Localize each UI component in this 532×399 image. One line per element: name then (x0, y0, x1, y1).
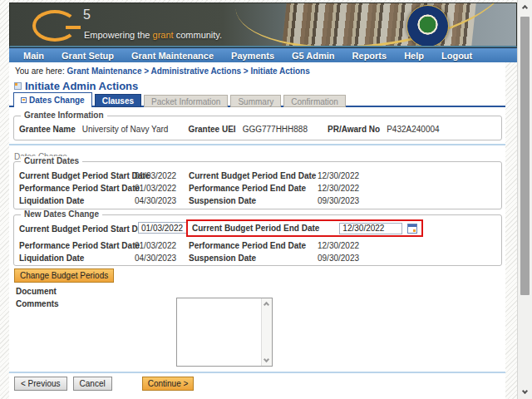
pr-award-no-label: PR/Award No (328, 125, 380, 134)
wizard-buttons: < Previous Cancel Continue > (14, 377, 194, 391)
comments-scrollbar[interactable] (261, 298, 272, 366)
date-label: Performance Period Start Date (19, 182, 135, 195)
current-dates-row: Performance Period Start Date 01/03/2022… (14, 182, 501, 195)
new-end-date-input[interactable] (339, 223, 402, 234)
nav-item-grant-maintenance[interactable]: Grant Maintenance (131, 48, 214, 63)
grantee-name-label: Grantee Name (19, 125, 76, 134)
scrollbar-thumb[interactable] (520, 17, 530, 295)
scroll-up-icon[interactable] (264, 302, 269, 308)
tagline-suffix: community. (174, 30, 222, 40)
date-label: Suspension Date (189, 195, 318, 207)
current-dates-row: Liquidation Date 04/30/2023 Suspension D… (14, 195, 501, 207)
previous-button[interactable]: < Previous (14, 377, 67, 391)
new-dates-change-legend: New Dates Change (21, 209, 102, 219)
new-dates-change-fieldset: New Dates Change Current Budget Period S… (13, 214, 502, 266)
tab-summary: Summary (230, 95, 281, 107)
date-value: 12/30/2022 (318, 182, 501, 195)
tab-form-icon (21, 97, 27, 103)
header-banner: 5 Empowering the grant community. (9, 2, 517, 47)
bottom-divider (9, 372, 505, 373)
date-value: 01/03/2022 (135, 170, 189, 182)
calendar-icon[interactable] (407, 224, 417, 234)
scrollbar-down-icon[interactable] (522, 388, 528, 394)
nav-item-g5-admin[interactable]: G5 Admin (292, 48, 335, 63)
section-divider (9, 144, 505, 145)
g5-logo-icon (32, 10, 77, 42)
current-dates-fieldset: Current Dates Current Budget Period Star… (13, 161, 502, 209)
continue-button[interactable]: Continue > (142, 377, 195, 391)
scroll-down-icon[interactable] (264, 357, 269, 362)
date-label: Performance Period Start Date (19, 239, 135, 252)
date-label: Current Budget Period Start Date (19, 170, 135, 182)
date-value: 09/30/2023 (318, 252, 501, 264)
grantee-uei-label: Grantee UEI (188, 125, 235, 134)
breadcrumb-prefix: You are here: (15, 66, 65, 76)
grantee-information-legend: Grantee Information (21, 111, 107, 120)
comments-label: Comments (16, 299, 59, 308)
scrollbar-up-icon[interactable] (522, 5, 528, 11)
date-value: 09/30/2023 (318, 195, 501, 207)
breadcrumb: You are here: Grant Maintenance > Admini… (15, 66, 310, 76)
breadcrumb-path[interactable]: Grant Maintenance > Administrative Actio… (66, 66, 309, 76)
grantee-uei-value: GGG777HHH888 (243, 125, 308, 134)
tab-packet-information: Packet Information (144, 95, 228, 107)
date-label: Performance Period End Date (189, 239, 318, 252)
date-label: Liquidation Date (19, 252, 135, 264)
change-budget-periods-button[interactable]: Change Budget Periods (14, 268, 114, 283)
date-value: 12/30/2022 (318, 170, 501, 182)
date-value: 01/03/2022 (135, 182, 189, 195)
new-dates-row: Performance Period Start Date 01/03/2022… (14, 239, 501, 252)
tagline-prefix: Empowering the (84, 30, 153, 40)
g5-logo-number: 5 (83, 7, 91, 22)
date-label: Performance Period End Date (189, 182, 318, 195)
wizard-tabs: Dates Change Clauses Packet Information … (13, 92, 505, 107)
date-value: 01/03/2022 (135, 239, 189, 252)
pr-award-no-value: P432A240004 (387, 125, 439, 134)
tab-confirmation: Confirmation (283, 95, 346, 107)
date-value: 04/30/2023 (135, 252, 189, 264)
page-title-row: Initiate Admin Actions (14, 80, 138, 92)
date-label: Current Budget Period End Date (189, 170, 318, 182)
tagline: Empowering the grant community. (84, 30, 222, 40)
new-dates-input-row: Current Budget Period Start Date Current… (14, 221, 501, 239)
comments-textarea[interactable] (176, 298, 273, 367)
nav-item-payments[interactable]: Payments (231, 48, 274, 63)
page-title-icon (14, 82, 22, 90)
new-start-date-label: Current Budget Period Start Date (19, 224, 150, 234)
main-nav: Main Grant Setup Grant Maintenance Payme… (9, 47, 517, 62)
new-end-date-label: Current Budget Period End Date (192, 224, 334, 233)
grantee-information-fieldset: Grantee Information Grantee Name Univers… (13, 116, 502, 140)
window-scrollbar[interactable] (517, 0, 532, 399)
nav-item-help[interactable]: Help (404, 48, 424, 63)
highlighted-end-date-box: Current Budget Period End Date (186, 219, 423, 237)
document-label: Document (16, 287, 57, 296)
grantee-name-value: University of Navy Yard (82, 125, 169, 134)
date-label: Liquidation Date (19, 195, 135, 207)
new-dates-row: Liquidation Date 04/30/2023 Suspension D… (14, 252, 501, 264)
nav-item-main[interactable]: Main (23, 48, 44, 63)
tab-clauses[interactable]: Clauses (95, 94, 141, 107)
nav-item-logout[interactable]: Logout (441, 48, 472, 63)
page: 5 Empowering the grant community. Main G… (9, 2, 517, 399)
background-stripe (505, 62, 517, 399)
nav-item-grant-setup[interactable]: Grant Setup (62, 48, 114, 63)
tagline-highlight: grant (153, 30, 174, 40)
tab-dates-change[interactable]: Dates Change (13, 92, 92, 107)
page-title: Initiate Admin Actions (25, 80, 138, 92)
date-value: 04/30/2023 (135, 195, 189, 207)
tab-label: Dates Change (29, 93, 85, 107)
date-value: 12/30/2022 (318, 239, 501, 252)
nav-item-reports[interactable]: Reports (352, 48, 387, 63)
dept-of-education-seal-icon (406, 5, 449, 47)
current-dates-legend: Current Dates (21, 156, 82, 165)
current-dates-row: Current Budget Period Start Date 01/03/2… (14, 162, 501, 182)
cancel-button[interactable]: Cancel (73, 377, 112, 391)
date-label: Suspension Date (189, 252, 318, 264)
